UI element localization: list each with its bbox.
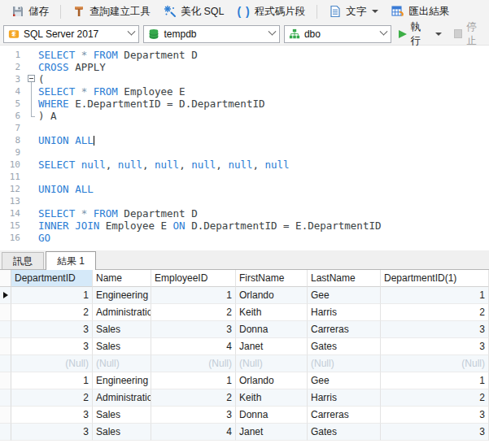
tab-result-1[interactable]: 結果 1 [46, 251, 96, 270]
grid-cell[interactable]: 3 [151, 321, 236, 338]
grid-cell[interactable]: Carreras [308, 407, 381, 424]
grid-cell[interactable]: (Null) [236, 355, 308, 372]
code-line[interactable]: 7 [0, 122, 489, 134]
grid-cell[interactable]: Keith [236, 304, 308, 321]
grid-cell[interactable]: Sales [93, 338, 151, 355]
connection-select[interactable]: SQL Server 2017 [3, 25, 139, 43]
grid-cell[interactable]: 3 [11, 424, 93, 441]
grid-cell[interactable]: Gee [308, 372, 381, 389]
row-selector[interactable] [0, 424, 11, 441]
column-header-departmentid[interactable]: DepartmentID [11, 270, 93, 287]
grid-cell[interactable]: Janet [236, 338, 308, 355]
grid-cell[interactable]: Engineering [93, 287, 151, 304]
text-view-dropdown-icon[interactable] [372, 10, 378, 13]
grid-cell[interactable]: Sales [93, 407, 151, 424]
grid-cell[interactable]: 2 [151, 389, 236, 407]
grid-cell[interactable]: 1 [381, 287, 489, 304]
grid-cell[interactable]: 2 [381, 389, 489, 407]
tab-messages[interactable]: 訊息 [2, 252, 44, 269]
grid-cell[interactable]: Engineering [93, 372, 151, 389]
code-line[interactable]: 16GO [0, 232, 489, 244]
code-line[interactable]: 8UNION ALL [0, 134, 489, 146]
column-header-lastname[interactable]: LastName [308, 270, 381, 287]
grid-cell[interactable]: 3 [11, 338, 93, 355]
grid-cell[interactable]: (Null) [308, 355, 381, 372]
code-line[interactable]: 1SELECT * FROM Department D [0, 49, 489, 61]
row-selector[interactable] [0, 389, 11, 407]
grid-cell[interactable]: Administration [93, 304, 151, 321]
grid-cell[interactable]: 4 [151, 338, 236, 355]
grid-cell[interactable]: Gee [308, 287, 381, 304]
grid-cell[interactable]: Sales [93, 424, 151, 441]
row-selector[interactable] [0, 372, 11, 389]
code-line[interactable]: 3( [0, 73, 489, 85]
grid-cell[interactable]: 3 [381, 338, 489, 355]
schema-select[interactable]: dbo [284, 25, 391, 43]
grid-cell[interactable]: Gates [308, 338, 381, 355]
run-dropdown-icon[interactable] [435, 33, 442, 36]
export-result-button[interactable]: 匯出結果 [386, 3, 454, 20]
run-button[interactable]: 執行 [395, 19, 445, 50]
stop-button[interactable]: 停止 [449, 19, 486, 50]
grid-cell[interactable]: Orlando [236, 372, 308, 389]
grid-cell[interactable]: 3 [151, 407, 236, 424]
grid-cell[interactable]: (Null) [11, 355, 93, 372]
database-select[interactable]: tempdb [143, 25, 279, 43]
grid-cell[interactable]: 3 [381, 321, 489, 338]
sql-editor[interactable]: 1SELECT * FROM Department D2CROSS APPLY3… [0, 46, 489, 250]
grid-cell[interactable]: Harris [308, 304, 381, 321]
row-selector[interactable] [0, 321, 11, 338]
row-selector[interactable] [0, 304, 11, 321]
grid-cell[interactable]: 3 [11, 407, 93, 424]
grid-cell[interactable]: 3 [381, 424, 489, 441]
grid-cell[interactable]: (Null) [151, 355, 236, 372]
grid-cell[interactable]: Keith [236, 389, 308, 407]
code-line[interactable]: 12UNION ALL [0, 183, 489, 195]
save-button[interactable]: 儲存 [7, 3, 54, 20]
row-selector[interactable] [0, 338, 11, 355]
row-selector[interactable] [0, 407, 11, 424]
row-selector-header[interactable] [0, 270, 11, 287]
text-view-button[interactable]: 文字 [324, 3, 383, 20]
column-header-name[interactable]: Name [93, 270, 151, 287]
row-selector[interactable] [0, 355, 11, 372]
code-line[interactable]: 13 [0, 195, 489, 207]
column-header-firstname[interactable]: FirstName [236, 270, 308, 287]
beautify-sql-button[interactable]: 美化 SQL [159, 3, 229, 20]
code-line[interactable]: 5WHERE E.DepartmentID = D.DepartmentID [0, 98, 489, 110]
column-header-departmentid-1-[interactable]: DepartmentID(1) [381, 270, 489, 287]
grid-cell[interactable]: Gates [308, 424, 381, 441]
grid-cell[interactable]: 1 [381, 372, 489, 389]
grid-cell[interactable]: Administration [93, 389, 151, 407]
grid-cell[interactable]: Harris [308, 389, 381, 407]
grid-cell[interactable]: 3 [381, 407, 489, 424]
grid-cell[interactable]: 1 [151, 372, 236, 389]
grid-cell[interactable]: Sales [93, 321, 151, 338]
grid-cell[interactable]: (Null) [381, 355, 489, 372]
code-line[interactable]: 2CROSS APPLY [0, 61, 489, 73]
grid-cell[interactable]: Carreras [308, 321, 381, 338]
grid-cell[interactable]: Janet [236, 424, 308, 441]
code-line[interactable]: 6) A [0, 110, 489, 122]
grid-cell[interactable]: 1 [11, 372, 93, 389]
query-builder-button[interactable]: 查詢建立工具 [68, 3, 155, 20]
grid-cell[interactable]: 2 [11, 389, 93, 407]
grid-cell[interactable]: 3 [11, 321, 93, 338]
code-line[interactable]: 4SELECT * FROM Employee E [0, 85, 489, 98]
grid-cell[interactable]: (Null) [93, 355, 151, 372]
code-line[interactable]: 11 [0, 171, 489, 183]
code-line[interactable]: 9 [0, 146, 489, 159]
fold-collapse-icon[interactable] [28, 75, 35, 82]
fold-marker[interactable] [24, 73, 38, 85]
grid-cell[interactable]: 2 [151, 304, 236, 321]
code-snippet-button[interactable]: ( ) 程式碼片段 [233, 3, 311, 20]
grid-cell[interactable]: 2 [11, 304, 93, 321]
grid-cell[interactable]: Orlando [236, 287, 308, 304]
code-line[interactable]: 15INNER JOIN Employee E ON D.DepartmentI… [0, 220, 489, 232]
code-line[interactable]: 10SELECT null, null, null, null, null, n… [0, 159, 489, 171]
grid-cell[interactable]: 1 [11, 287, 93, 304]
grid-cell[interactable]: Donna [236, 407, 308, 424]
code-line[interactable]: 14SELECT * FROM Department D [0, 207, 489, 220]
column-header-employeeid[interactable]: EmployeeID [151, 270, 236, 287]
grid-cell[interactable]: 2 [381, 304, 489, 321]
